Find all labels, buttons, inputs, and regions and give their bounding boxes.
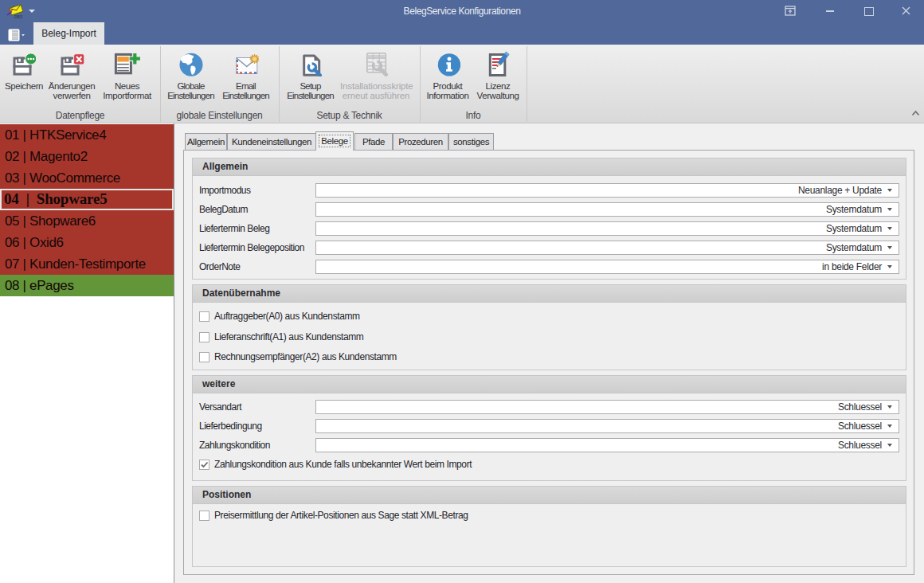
svg-text:DBS: DBS [14, 14, 23, 19]
